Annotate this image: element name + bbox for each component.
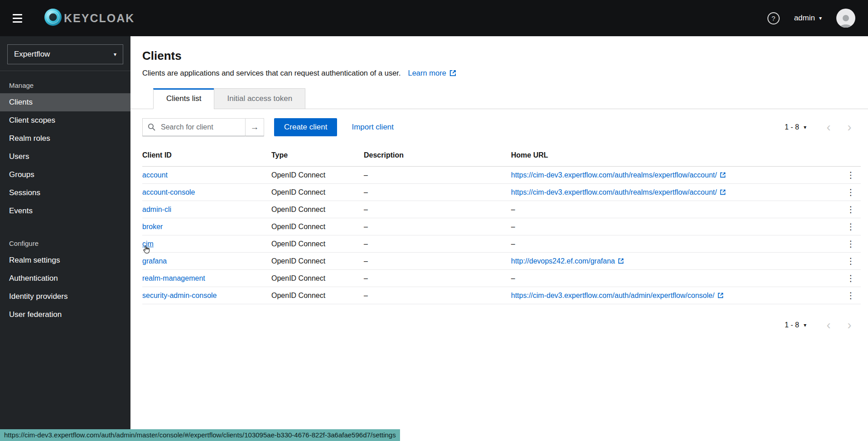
home-url-link[interactable]: https://cim-dev3.expertflow.com/auth/rea… <box>511 188 726 197</box>
client-description: – <box>364 201 511 218</box>
pagination-bottom: 1 - 8 ▾ ‹ › <box>130 304 868 334</box>
nav-toggle-button[interactable] <box>13 9 31 27</box>
kebab-menu-button[interactable]: ⋮ <box>843 254 859 268</box>
sidebar-item-clients[interactable]: Clients <box>0 93 130 111</box>
main-content: Clients Clients are applications and ser… <box>130 36 868 441</box>
external-link-icon <box>618 258 624 264</box>
sidebar-item-groups[interactable]: Groups <box>0 166 130 184</box>
pagination-range-dropdown[interactable]: 1 - 8 ▾ <box>785 321 806 329</box>
home-url-link[interactable]: https://cim-dev3.expertflow.com/auth/adm… <box>511 292 723 300</box>
tab-clients-list[interactable]: Clients list <box>153 88 214 109</box>
client-id-link[interactable]: security-admin-console <box>142 292 217 299</box>
sidebar-item-client-scopes[interactable]: Client scopes <box>0 111 130 129</box>
masthead: KEYCLOAK ? admin ▾ <box>0 0 868 36</box>
client-id-link[interactable]: realm-management <box>142 274 205 282</box>
nav-section-manage: Manage Clients Client scopes Realm roles… <box>0 77 130 220</box>
sidebar: Expertflow ▾ Manage Clients Client scope… <box>0 36 130 441</box>
column-header-description: Description <box>364 144 511 167</box>
external-link-icon <box>449 70 456 77</box>
kebab-menu-button[interactable]: ⋮ <box>843 220 859 234</box>
mouse-cursor-icon <box>143 245 150 254</box>
external-link-icon <box>718 292 723 298</box>
username: admin <box>794 14 815 23</box>
toolbar: → Create client Import client 1 - 8 ▾ ‹ … <box>130 109 868 144</box>
client-type: OpenID Connect <box>271 218 364 235</box>
external-link-icon <box>720 189 726 195</box>
nav-section-title: Configure <box>0 235 130 251</box>
client-id-link[interactable]: broker <box>142 223 163 230</box>
client-description: – <box>364 253 511 270</box>
kebab-menu-button[interactable]: ⋮ <box>843 168 859 182</box>
user-dropdown[interactable]: admin ▾ <box>794 14 822 23</box>
sidebar-item-identity-providers[interactable]: Identity providers <box>0 288 130 306</box>
sidebar-item-authentication[interactable]: Authentication <box>0 269 130 288</box>
create-client-button[interactable]: Create client <box>274 118 337 136</box>
learn-more-link[interactable]: Learn more <box>408 69 456 77</box>
search-input[interactable] <box>142 118 245 136</box>
next-page-button[interactable]: › <box>839 118 860 136</box>
brand-text: KEYCLOAK <box>64 12 135 25</box>
table-row: cim OpenID Connect – – ⋮ <box>142 235 861 253</box>
kebab-menu-button[interactable]: ⋮ <box>843 185 859 200</box>
client-id-link[interactable]: grafana <box>142 257 167 265</box>
client-type: OpenID Connect <box>271 184 364 201</box>
home-url-link[interactable]: http://devops242.ef.com/grafana <box>511 257 624 265</box>
table-row: account OpenID Connect – https://cim-dev… <box>142 167 861 184</box>
nav-section-title: Manage <box>0 77 130 93</box>
sidebar-item-realm-settings[interactable]: Realm settings <box>0 251 130 269</box>
client-id-link[interactable]: admin-cli <box>142 206 171 213</box>
client-type: OpenID Connect <box>271 253 364 270</box>
client-description: – <box>364 270 511 287</box>
chevron-down-icon: ▾ <box>804 322 806 328</box>
previous-page-button[interactable]: ‹ <box>818 316 839 334</box>
client-description: – <box>364 167 511 184</box>
kebab-menu-button[interactable]: ⋮ <box>843 271 859 286</box>
tab-bar: Clients list Initial access token <box>130 88 868 109</box>
chevron-down-icon: ▾ <box>819 15 822 21</box>
client-description: – <box>364 235 511 253</box>
search-icon <box>148 123 155 131</box>
client-type: OpenID Connect <box>271 167 364 184</box>
kebab-menu-button[interactable]: ⋮ <box>843 237 859 251</box>
previous-page-button[interactable]: ‹ <box>818 118 839 136</box>
client-type: OpenID Connect <box>271 201 364 218</box>
person-icon <box>838 13 854 28</box>
import-client-link[interactable]: Import client <box>352 123 394 132</box>
clients-table: Client ID Type Description Home URL acco… <box>142 144 861 304</box>
table-row: realm-management OpenID Connect – – ⋮ <box>142 270 861 287</box>
home-url-empty: – <box>511 201 839 218</box>
client-description: – <box>364 218 511 235</box>
keycloak-logo: KEYCLOAK <box>43 8 135 29</box>
pagination-range-dropdown[interactable]: 1 - 8 ▾ <box>785 123 806 131</box>
client-description: – <box>364 287 511 304</box>
client-id-link[interactable]: account-console <box>142 188 195 196</box>
search-submit-button[interactable]: → <box>245 118 264 136</box>
chevron-down-icon: ▾ <box>114 52 116 57</box>
kebab-menu-button[interactable]: ⋮ <box>843 202 859 217</box>
page-title: Clients <box>142 49 856 63</box>
column-header-home-url: Home URL <box>511 144 839 167</box>
pagination-top: 1 - 8 ▾ ‹ › <box>785 118 860 136</box>
next-page-button[interactable]: › <box>839 316 860 334</box>
home-url-link[interactable]: https://cim-dev3.expertflow.com/auth/rea… <box>511 171 726 179</box>
tab-initial-access-token[interactable]: Initial access token <box>214 88 305 109</box>
chevron-down-icon: ▾ <box>804 125 806 130</box>
client-id-link[interactable]: account <box>142 171 168 179</box>
sidebar-item-realm-roles[interactable]: Realm roles <box>0 129 130 148</box>
help-icon[interactable]: ? <box>767 12 780 24</box>
client-description: – <box>364 184 511 201</box>
avatar[interactable] <box>836 9 855 28</box>
realm-selector[interactable]: Expertflow ▾ <box>7 44 123 64</box>
kebab-menu-button[interactable]: ⋮ <box>843 288 859 303</box>
status-bar-url: https://cim-dev3.expertflow.com/auth/adm… <box>0 429 400 441</box>
page-subtitle: Clients are applications and services th… <box>142 69 401 77</box>
table-row: broker OpenID Connect – – ⋮ <box>142 218 861 235</box>
external-link-icon <box>720 172 726 178</box>
sidebar-item-events[interactable]: Events <box>0 202 130 220</box>
home-url-empty: – <box>511 218 839 235</box>
sidebar-item-sessions[interactable]: Sessions <box>0 184 130 202</box>
sidebar-item-users[interactable]: Users <box>0 148 130 166</box>
column-header-client-id: Client ID <box>142 144 271 167</box>
sidebar-item-user-federation[interactable]: User federation <box>0 306 130 324</box>
table-row: security-admin-console OpenID Connect – … <box>142 287 861 304</box>
